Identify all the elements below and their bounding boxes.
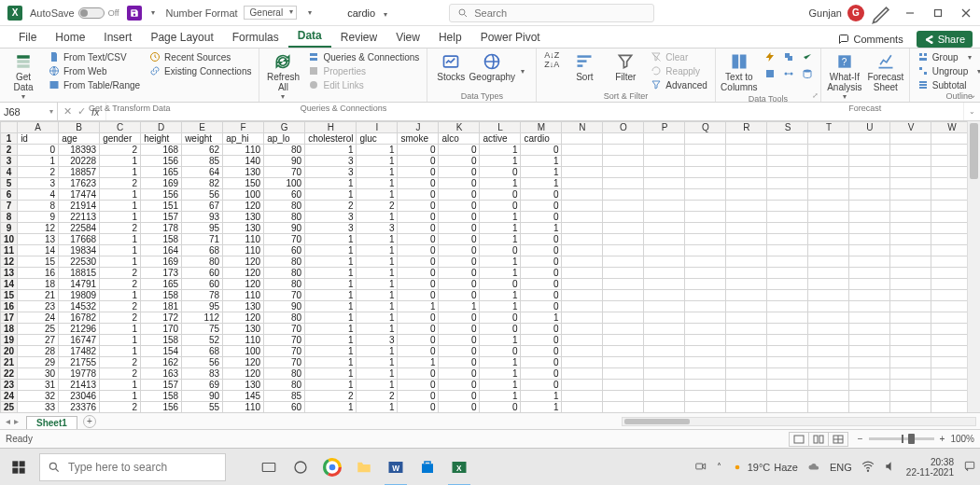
- nf-caret-icon[interactable]: ▾: [308, 8, 312, 17]
- cell[interactable]: 22584: [59, 223, 100, 234]
- cell[interactable]: [562, 335, 603, 346]
- cell[interactable]: 130: [223, 301, 264, 312]
- cell[interactable]: 1: [480, 357, 521, 368]
- cell[interactable]: 120: [223, 256, 264, 268]
- cell[interactable]: 145: [223, 391, 264, 402]
- cell[interactable]: [644, 402, 685, 413]
- cell[interactable]: [890, 212, 931, 223]
- stocks-button[interactable]: Stocks: [433, 50, 469, 84]
- cell[interactable]: 80: [264, 380, 305, 391]
- cell[interactable]: 67: [182, 201, 223, 212]
- cell[interactable]: [931, 234, 967, 245]
- cell[interactable]: 2: [100, 357, 141, 368]
- cell[interactable]: 70: [264, 234, 305, 245]
- cell[interactable]: 168: [141, 145, 182, 156]
- cell[interactable]: 56: [182, 189, 223, 201]
- cell[interactable]: 95: [182, 301, 223, 312]
- group-button[interactable]: Group ▾: [916, 50, 980, 63]
- cell[interactable]: [767, 357, 808, 368]
- row-header[interactable]: 21: [1, 357, 18, 368]
- cell[interactable]: [562, 133, 603, 145]
- cell[interactable]: [726, 312, 767, 324]
- cell[interactable]: [603, 368, 644, 380]
- cell[interactable]: 1: [480, 268, 521, 279]
- cell[interactable]: 169: [141, 178, 182, 189]
- col-header-M[interactable]: M: [521, 122, 562, 133]
- cell[interactable]: 82: [182, 178, 223, 189]
- cell[interactable]: [726, 402, 767, 413]
- cell[interactable]: 0: [398, 380, 439, 391]
- cell[interactable]: 22530: [59, 256, 100, 268]
- search-input[interactable]: [474, 7, 646, 19]
- cell[interactable]: active: [480, 133, 521, 145]
- qat-dropdown-icon[interactable]: ▾: [151, 8, 155, 17]
- cell[interactable]: 1: [480, 212, 521, 223]
- tab-review[interactable]: Review: [331, 28, 386, 48]
- cell[interactable]: 2: [100, 178, 141, 189]
- col-header-V[interactable]: V: [890, 122, 931, 133]
- cell[interactable]: 1: [480, 335, 521, 346]
- cell[interactable]: [726, 301, 767, 312]
- cell[interactable]: 0: [480, 245, 521, 256]
- cell[interactable]: 68: [182, 346, 223, 357]
- cell[interactable]: [562, 301, 603, 312]
- cell[interactable]: [931, 301, 967, 312]
- cell[interactable]: 3: [305, 167, 357, 178]
- cell[interactable]: 21296: [59, 324, 100, 335]
- cell[interactable]: [644, 245, 685, 256]
- cell[interactable]: 60: [264, 402, 305, 413]
- minimize-button[interactable]: [896, 0, 924, 26]
- tab-formulas[interactable]: Formulas: [223, 28, 288, 48]
- cell[interactable]: 1: [100, 189, 141, 201]
- cell[interactable]: [808, 145, 849, 156]
- cell[interactable]: [808, 212, 849, 223]
- cell[interactable]: 1: [305, 145, 357, 156]
- cell[interactable]: [849, 167, 890, 178]
- cell[interactable]: [931, 256, 967, 268]
- cell[interactable]: [644, 268, 685, 279]
- cell[interactable]: 1: [521, 402, 562, 413]
- col-header-K[interactable]: K: [439, 122, 480, 133]
- cell[interactable]: 0: [439, 324, 480, 335]
- tray-expand-button[interactable]: ˄: [717, 462, 721, 472]
- cell[interactable]: 120: [223, 279, 264, 290]
- cell[interactable]: [685, 212, 726, 223]
- cell[interactable]: 120: [223, 268, 264, 279]
- cell[interactable]: 1: [18, 156, 59, 167]
- cell[interactable]: [562, 223, 603, 234]
- cell[interactable]: [685, 380, 726, 391]
- cell[interactable]: [562, 290, 603, 301]
- what-if-button[interactable]: ? What-If Analysis▾: [827, 50, 862, 104]
- cell[interactable]: 0: [521, 212, 562, 223]
- cell[interactable]: 1: [521, 223, 562, 234]
- cell[interactable]: [562, 268, 603, 279]
- collapse-ribbon-button[interactable]: ⌄: [969, 90, 976, 100]
- cell[interactable]: [767, 189, 808, 201]
- cell[interactable]: [890, 290, 931, 301]
- cell[interactable]: 1: [305, 301, 357, 312]
- cell[interactable]: [644, 234, 685, 245]
- cell[interactable]: [562, 178, 603, 189]
- cell[interactable]: 0: [521, 189, 562, 201]
- cell[interactable]: [685, 268, 726, 279]
- forecast-sheet-button[interactable]: Forecast Sheet: [868, 50, 903, 94]
- cell[interactable]: [767, 133, 808, 145]
- cell[interactable]: [808, 346, 849, 357]
- cell[interactable]: 158: [141, 290, 182, 301]
- cell[interactable]: 0: [480, 346, 521, 357]
- cell[interactable]: 69: [182, 380, 223, 391]
- cell[interactable]: [644, 279, 685, 290]
- normal-view-button[interactable]: [789, 432, 809, 447]
- cell[interactable]: 0: [439, 346, 480, 357]
- cell[interactable]: [849, 223, 890, 234]
- cell[interactable]: 70: [264, 357, 305, 368]
- cell[interactable]: [808, 201, 849, 212]
- row-header[interactable]: 2: [1, 145, 18, 156]
- cell[interactable]: 1: [480, 234, 521, 245]
- cell[interactable]: [685, 368, 726, 380]
- cell[interactable]: 158: [141, 335, 182, 346]
- cell[interactable]: [890, 234, 931, 245]
- col-header-U[interactable]: U: [849, 122, 890, 133]
- cell[interactable]: [685, 256, 726, 268]
- cell[interactable]: [890, 145, 931, 156]
